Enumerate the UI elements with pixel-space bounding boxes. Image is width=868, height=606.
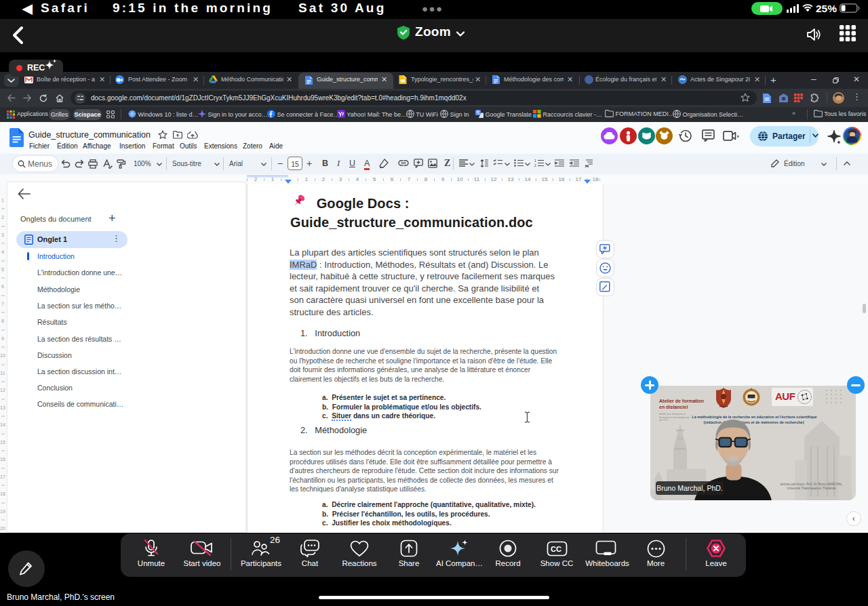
svg-text:10: 10 xyxy=(0,353,5,358)
svg-text:4: 4 xyxy=(356,176,359,182)
svg-text:2: 2 xyxy=(322,176,326,182)
svg-text:3: 3 xyxy=(1,233,4,237)
svg-text:10: 10 xyxy=(457,176,463,182)
svg-text:2: 2 xyxy=(534,163,536,167)
svg-text:5: 5 xyxy=(1,267,4,272)
svg-text:16: 16 xyxy=(559,176,565,182)
svg-text:13: 13 xyxy=(508,176,514,182)
svg-text:7: 7 xyxy=(1,302,4,306)
svg-text:15: 15 xyxy=(542,176,548,182)
svg-text:12: 12 xyxy=(0,388,5,392)
svg-text:8: 8 xyxy=(425,176,428,182)
svg-text:9: 9 xyxy=(1,336,4,341)
svg-text:1: 1 xyxy=(305,176,309,182)
svg-text:4: 4 xyxy=(1,249,4,254)
svg-text:18: 18 xyxy=(0,491,5,496)
svg-text:9: 9 xyxy=(441,176,445,182)
svg-text:15: 15 xyxy=(0,440,5,445)
svg-text:14: 14 xyxy=(525,176,531,182)
svg-text:7: 7 xyxy=(408,176,411,182)
svg-text:17: 17 xyxy=(0,474,5,479)
svg-text:6: 6 xyxy=(1,284,4,289)
svg-text:11: 11 xyxy=(0,371,5,376)
svg-text:12: 12 xyxy=(491,176,497,182)
svg-text:17: 17 xyxy=(576,176,582,182)
svg-text:8: 8 xyxy=(1,319,4,323)
svg-text:11: 11 xyxy=(474,176,480,182)
svg-text:20: 20 xyxy=(0,526,5,531)
svg-text:3: 3 xyxy=(339,176,342,182)
svg-text:18: 18 xyxy=(593,176,599,182)
svg-text:13: 13 xyxy=(0,405,5,410)
svg-text:CC: CC xyxy=(551,545,561,553)
svg-text:14: 14 xyxy=(0,422,5,427)
svg-text:5: 5 xyxy=(373,176,376,182)
svg-text:6: 6 xyxy=(391,176,394,182)
svg-text:2: 2 xyxy=(1,215,4,220)
svg-text:16: 16 xyxy=(0,457,5,462)
svg-text:1: 1 xyxy=(1,198,4,203)
svg-text:19: 19 xyxy=(0,509,5,514)
svg-text:1: 1 xyxy=(534,159,536,163)
